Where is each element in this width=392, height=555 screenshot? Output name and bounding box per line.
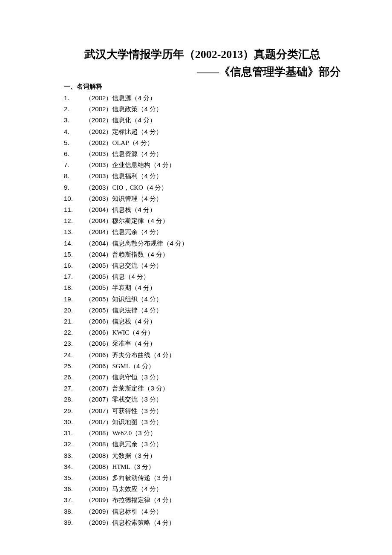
list-item: 6.（2003）信息资源（4 分） [64,148,341,159]
list-item: 34.（2008）HTML（3 分） [64,461,341,472]
close-paren: ） [156,306,162,314]
item-number: 34. [64,461,75,472]
open-paren: （ [85,384,92,392]
open-paren: （ [85,139,92,146]
section-heading: 一、名词解释 [64,83,341,91]
list-item: 16.（2005）信息交流（4 分） [64,260,341,271]
document-page: 武汉大学情报学历年（2002-2013）真题分类汇总 ——《信息管理学基础》部分… [0,0,392,555]
item-number: 18. [64,282,75,293]
close-paren: ） [106,407,112,414]
list-item: 1.（2002）信息源（4 分） [64,92,341,104]
item-term: 信息 [112,273,125,280]
item-term: 知识组织 [112,296,138,303]
list-item: 14.（2004）信息离散分布规律（4 分） [64,238,341,249]
close-paren: ） [156,295,162,303]
close-paren: ） [106,351,112,358]
item-term: KWIC [112,329,129,336]
item-points: 4 分 [144,150,156,157]
close-paren: ） [150,429,156,436]
open-paren: （ [150,519,157,526]
close-paren: ） [156,440,162,448]
close-paren: ） [106,172,112,179]
open-paren: （ [131,452,138,459]
item-term: 企业信息结构 [112,162,150,168]
list-item: 27.（2007）普莱斯定律（3 分） [64,383,341,394]
open-paren: （ [85,306,92,314]
list-item: 8.（2003）信息福利（4 分） [64,171,341,182]
close-paren: ） [156,172,162,179]
list-item: 21.（2006）信息栈（4 分） [64,316,341,327]
list-item: 31.（2008）Web2.0（3 分） [64,428,341,439]
item-points: 3 分 [144,418,156,425]
open-paren: （ [85,228,92,235]
close-paren: ） [106,362,112,370]
close-paren: ） [106,195,112,202]
open-paren: （ [131,284,138,291]
item-year: 2008 [92,440,106,448]
close-paren: ） [148,463,155,470]
list-item: 22.（2006）KWIC（4 分） [64,327,341,338]
open-paren: （ [138,508,144,515]
item-number: 30. [64,416,75,427]
open-paren: （ [85,351,92,358]
open-paren: （ [85,318,92,325]
close-paren: ） [147,139,153,146]
close-paren: ） [150,206,156,213]
close-paren: ） [161,184,167,191]
list-item: 36.（2009）马太效应（4 分） [64,483,341,494]
item-year: 2002 [92,94,106,101]
close-paren: ） [106,318,112,325]
item-number: 5. [64,137,75,148]
open-paren: （ [85,329,92,336]
item-points: 4 分 [144,262,156,269]
close-paren: ） [106,262,112,269]
close-paren: ） [106,240,112,247]
close-paren: ） [169,474,175,481]
open-paren: （ [85,217,92,224]
list-item: 10.（2003）知识管理（4 分） [64,193,341,204]
open-paren: （ [85,116,92,124]
close-paren: ） [106,228,112,235]
list-item: 29.（2007）可获得性（3 分） [64,405,341,416]
item-number: 23. [64,338,75,349]
close-paren: ） [106,150,112,157]
close-paren: ） [106,273,112,280]
item-year: 2006 [92,362,106,370]
open-paren: （ [138,105,144,113]
item-number: 20. [64,305,75,315]
item-year: 2003 [92,184,106,191]
close-paren: ） [148,362,155,370]
open-paren: （ [138,407,144,414]
close-paren: ） [156,150,162,157]
open-paren: （ [138,373,144,381]
open-paren: （ [138,485,144,492]
item-term: 信息交流 [112,262,138,269]
item-number: 7. [64,159,75,170]
open-paren: （ [131,206,138,213]
item-year: 2003 [92,172,106,179]
open-paren: （ [144,384,150,392]
open-paren: （ [85,251,92,258]
item-points: 4 分 [170,240,182,247]
list-item: 12.（2004）穆尔斯定律（4 分） [64,215,341,226]
list-item: 26.（2007）信息守恒（3 分） [64,372,341,383]
item-points: 3 分 [144,396,156,403]
item-points: 3 分 [157,474,169,481]
close-paren: ） [156,396,162,403]
close-paren: ） [150,94,156,101]
item-year: 2005 [92,284,106,291]
item-number: 6. [64,148,75,159]
item-number: 2. [64,104,75,114]
item-number: 31. [64,428,75,438]
open-paren: （ [85,418,92,425]
open-paren: （ [85,284,92,291]
open-paren: （ [85,429,92,436]
open-paren: （ [150,351,157,358]
item-number: 15. [64,249,75,260]
open-paren: （ [85,407,92,414]
close-paren: ） [156,228,162,235]
item-term: 知识地图 [112,419,138,425]
item-term: 信息栈 [112,318,131,325]
item-term: 半衰期 [112,284,131,291]
item-term: Web2.0 [112,430,132,436]
